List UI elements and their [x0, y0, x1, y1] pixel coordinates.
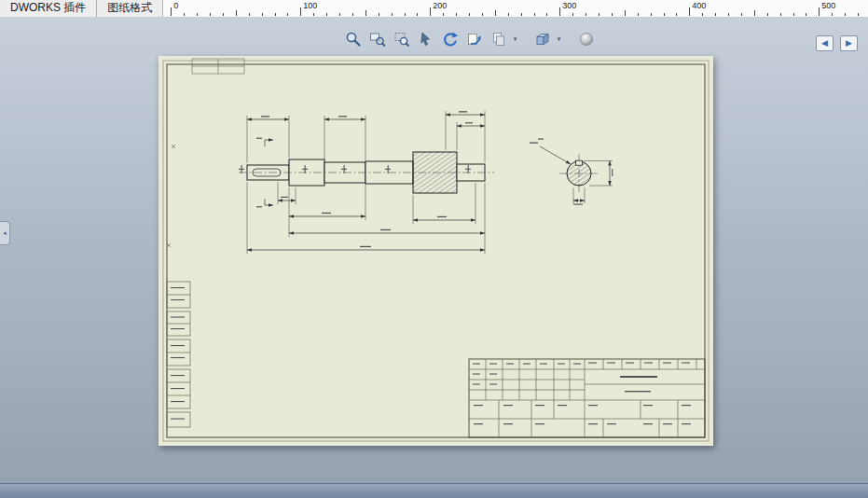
ruler-tick — [806, 13, 806, 17]
horizontal-ruler: 0100200300400500 — [163, 0, 868, 17]
zoom-window-icon[interactable] — [390, 30, 413, 48]
ruler-tick — [287, 13, 288, 17]
ruler-tick — [793, 13, 794, 17]
next-sheet-button[interactable]: ▶ — [840, 35, 858, 51]
collapsed-panel-handle[interactable]: ◂ — [0, 221, 10, 245]
ruler-tick — [664, 13, 665, 17]
ruler-tick — [586, 13, 586, 17]
ruler-tick — [715, 13, 716, 17]
ruler-tick — [379, 13, 379, 17]
ruler-tick — [482, 13, 483, 17]
ruler-tick — [858, 13, 859, 17]
ruler-tick — [572, 13, 573, 17]
zoom-to-area-icon[interactable] — [365, 30, 389, 48]
corner-block — [192, 59, 244, 74]
ruler-tick — [819, 7, 820, 16]
ruler-tick — [625, 10, 626, 16]
ruler-tick — [845, 13, 846, 17]
tab-sheet-format[interactable]: 图纸格式 — [97, 0, 163, 17]
ruler-label: 0 — [173, 1, 178, 10]
ruler-tick — [676, 13, 677, 17]
ruler-tick — [521, 13, 522, 17]
leader-line — [540, 146, 571, 164]
drawing-sheet-svg — [158, 56, 713, 446]
ruler-tick — [300, 7, 301, 16]
ruler-tick — [469, 13, 470, 17]
drawing-sheet[interactable] — [158, 56, 713, 446]
ruler-label: 400 — [692, 1, 706, 10]
ruler-tick — [559, 7, 560, 16]
ruler-tick — [339, 13, 340, 17]
sheet-nav: ◀ ▶ — [816, 35, 858, 51]
view-toolbar: ▾ ▾ — [341, 30, 598, 48]
ruler-tick — [223, 13, 224, 17]
display-style-icon[interactable] — [574, 30, 598, 48]
shaft-section-view[interactable] — [530, 139, 613, 205]
ruler-tick — [599, 13, 599, 17]
view-orientation-dropdown-chevron[interactable]: ▾ — [555, 35, 563, 43]
revision-table — [167, 282, 190, 427]
ruler-tick — [754, 10, 755, 16]
ruler-tick — [780, 13, 781, 17]
ruler-tick — [430, 7, 431, 16]
previous-sheet-button[interactable]: ◀ — [816, 35, 834, 51]
tab-solidworks-plugins[interactable]: DWORKS 插件 — [0, 0, 97, 17]
solidworks-window: DWORKS 插件 图纸格式 0100200300400500 — [0, 0, 868, 498]
ruler-label: 200 — [433, 1, 447, 10]
rotate-view-icon[interactable] — [438, 30, 462, 48]
ruler-tick — [546, 13, 547, 17]
top-bar: DWORKS 插件 图纸格式 0100200300400500 — [0, 0, 868, 18]
copy-appearance-dropdown-chevron[interactable]: ▾ — [511, 35, 519, 43]
ruler-tick — [392, 13, 393, 17]
ruler-tick — [313, 13, 314, 17]
ruler-tick — [405, 13, 406, 17]
ruler-tick — [651, 13, 652, 17]
ruler-tick — [728, 13, 729, 17]
ruler-tick — [262, 13, 263, 17]
ruler-tick — [326, 13, 327, 17]
drawing-canvas[interactable]: ▾ ▾ — [0, 17, 868, 484]
ruler-tick — [249, 13, 250, 17]
view-orientation-icon[interactable] — [530, 30, 554, 48]
ruler-tick — [417, 13, 418, 17]
ruler-tick — [236, 10, 237, 16]
ruler-label: 300 — [562, 1, 576, 10]
zoom-to-fit-icon[interactable] — [341, 30, 365, 48]
ruler-tick — [767, 13, 768, 17]
registration-mark — [167, 243, 171, 247]
ruler-tick — [612, 13, 613, 17]
ruler-tick — [275, 13, 276, 17]
ruler-tick — [352, 13, 353, 17]
registration-mark — [172, 145, 175, 148]
ruler-tick — [495, 10, 496, 16]
view-3d-drawing-icon[interactable] — [462, 30, 486, 48]
ruler-tick — [832, 13, 833, 17]
ruler-tick — [184, 13, 185, 17]
ruler-tick — [638, 13, 639, 17]
ruler-tick — [702, 13, 703, 17]
ruler-label: 100 — [303, 1, 317, 10]
title-block — [469, 359, 705, 437]
shaft-front-view[interactable] — [239, 111, 494, 254]
ruler-label: 500 — [821, 1, 835, 10]
status-bar — [0, 483, 868, 498]
ruler-tick — [741, 13, 742, 17]
ruler-tick — [456, 13, 457, 17]
ruler-tick — [210, 13, 211, 17]
pan-arrow-icon[interactable] — [414, 30, 437, 48]
ruler-tick — [689, 7, 690, 16]
ruler-tick — [534, 13, 535, 17]
section-keyway — [576, 160, 583, 165]
ruler-tick — [365, 10, 366, 16]
copy-appearance-icon[interactable] — [487, 30, 510, 48]
ruler-tick — [508, 13, 509, 17]
ruler-tick — [197, 13, 198, 17]
ruler-tick — [171, 7, 172, 16]
ruler-tick — [443, 13, 444, 17]
